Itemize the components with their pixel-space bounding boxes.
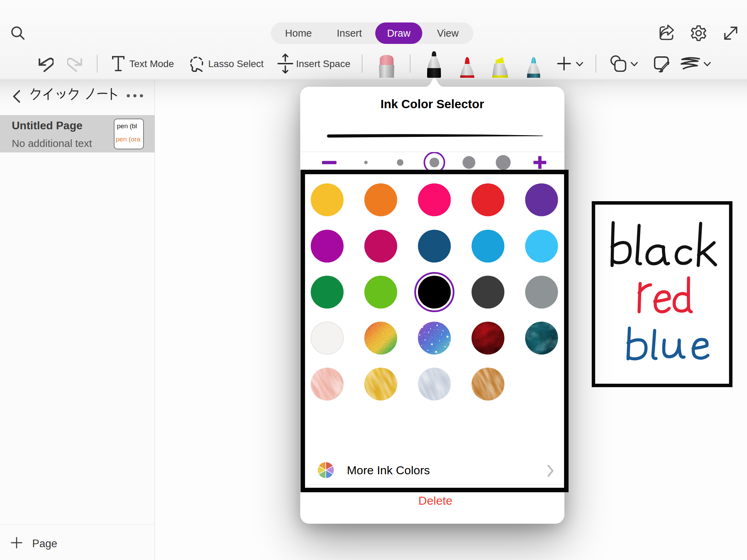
svg-text:pen (bl: pen (bl — [117, 122, 137, 130]
svg-text:pen (ora: pen (ora — [116, 136, 140, 143]
